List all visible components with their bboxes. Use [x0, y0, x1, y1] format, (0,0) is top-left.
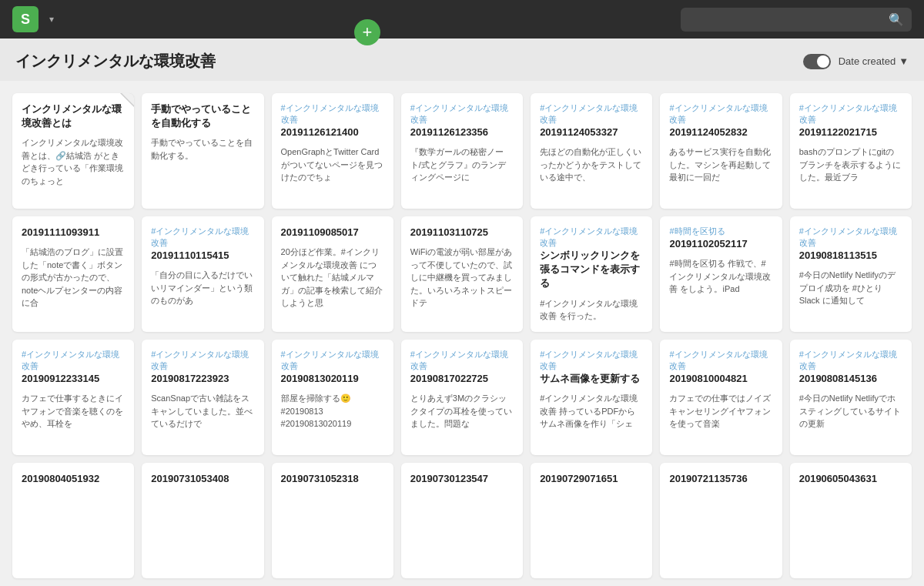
- card-tag: #インクリメンタルな環境改善: [540, 102, 643, 126]
- card-body: bashのプロンプトにgitのブランチを表示するようにした。最近ブラ: [799, 146, 902, 184]
- card-tag: #インクリメンタルな環境改善: [799, 102, 902, 126]
- sort-chevron-icon: ▼: [899, 55, 909, 67]
- card-item[interactable]: インクリメンタルな環境改善とはインクリメンタルな環境改善とは、🔗結城浩 がときど…: [12, 93, 134, 209]
- card-body: #インクリメンタルな環境改善 持っているPDFからサムネ画像を作り「シェ: [540, 392, 643, 430]
- card-item[interactable]: #インクリメンタルな環境改善20190818113515#今日のNetlify …: [790, 216, 912, 332]
- card-item[interactable]: 20190730123547: [401, 463, 523, 578]
- card-tag: #インクリメンタルな環境改善: [669, 102, 772, 126]
- search-bar[interactable]: 🔍: [681, 8, 912, 32]
- card-tag: #インクリメンタルな環境改善: [281, 102, 384, 126]
- card-title: 20191102052117: [669, 237, 772, 251]
- card-item[interactable]: #インクリメンタルな環境改善20190912233145カフェで仕事するときにイ…: [12, 340, 134, 455]
- card-title: インクリメンタルな環境改善とは: [22, 102, 125, 130]
- search-input[interactable]: [688, 13, 882, 25]
- card-title: 20190912233145: [22, 372, 125, 386]
- card-item[interactable]: 2019110908501720分ほど作業。#インクリメンタルな環境改善 につい…: [272, 216, 393, 332]
- page-title: インクリメンタルな環境改善: [15, 51, 216, 72]
- card-title: 20190730123547: [410, 472, 514, 486]
- card-title: 20191111093911: [22, 226, 125, 239]
- card-item[interactable]: 20191103110725WiFiの電波が弱い部屋があって不便していたので、試…: [401, 216, 523, 332]
- card-body: 「結城浩のブログ」に設置した「noteで書く」ボタンの形式が古かったので、not…: [22, 246, 125, 310]
- view-toggle[interactable]: [803, 54, 831, 69]
- card-tag: #インクリメンタルな環境改善: [151, 226, 254, 249]
- card-tag: #インクリメンタルな環境改善: [540, 226, 643, 249]
- card-item[interactable]: #インクリメンタルな環境改善20191124053327先ほどの自動化が正しくい…: [531, 93, 652, 209]
- card-item[interactable]: #インクリメンタルな環境改善20191126121400OpenGraphとTw…: [272, 93, 393, 209]
- subheader-controls: Date created ▼: [803, 54, 909, 69]
- card-item[interactable]: #インクリメンタルな環境改善20190817022725とりあえず3Mのクラシッ…: [401, 340, 523, 455]
- card-tag: #インクリメンタルな環境改善: [799, 349, 902, 372]
- card-title: 20190813020119: [281, 372, 384, 386]
- add-button[interactable]: +: [354, 19, 380, 45]
- card-item[interactable]: 20190731052318: [272, 463, 393, 578]
- card-body: 『数学ガールの秘密ノート/式とグラフ』のランディングページに: [410, 146, 514, 184]
- card-body: #今日のNetlify Netlifyのデプロイ成功を #ひとりSlack に通…: [799, 269, 902, 307]
- card-body: とりあえず3Mのクラシックタイプの耳栓を使っていました。問題な: [410, 392, 514, 430]
- card-title: 20191110115415: [151, 249, 254, 263]
- main-content: インクリメンタルな環境改善とはインクリメンタルな環境改善とは、🔗結城浩 がときど…: [0, 81, 924, 586]
- card-title: 20191126123356: [410, 126, 514, 139]
- card-body: あるサービス実行を自動化した。マシンを再起動して最初に一回だ: [669, 146, 772, 184]
- card-title: 20191124053327: [540, 126, 643, 139]
- card-tag: #インクリメンタルな環境改善: [151, 349, 254, 372]
- card-item[interactable]: 20190804051932: [12, 463, 134, 578]
- card-item[interactable]: 20190721135736: [660, 463, 782, 578]
- card-title: 20190721135736: [669, 472, 772, 486]
- card-title: 20190729071651: [540, 472, 643, 486]
- card-title: 20190808145136: [799, 372, 902, 386]
- card-fold-icon: [120, 93, 134, 107]
- logo-dropdown-icon[interactable]: ▾: [49, 14, 54, 25]
- card-title: 20190605043631: [799, 472, 902, 486]
- card-body: 手動でやっていることを自動化する。: [151, 136, 254, 162]
- card-body: ScanSnapで古い雑誌をスキャンしていました。並べているだけで: [151, 392, 254, 430]
- card-item[interactable]: #インクリメンタルな環境改善シンボリックリンクを張るコマンドを表示する#インクリ…: [531, 216, 652, 332]
- card-title: 20191122021715: [799, 126, 902, 139]
- card-tag: #インクリメンタルな環境改善: [799, 226, 902, 249]
- sort-button[interactable]: Date created ▼: [839, 55, 909, 67]
- card-title: 20190818113515: [799, 249, 902, 263]
- card-item[interactable]: #時間を区切る20191102052117#時間を区切る 作戦で、#インクリメン…: [660, 216, 782, 332]
- card-item[interactable]: #インクリメンタルな環境改善20190808145136#今日のNetlify …: [790, 340, 912, 455]
- card-body: OpenGraphとTwitter Cardがついてないページを見つけたのでちょ: [281, 146, 384, 184]
- card-body: カフェでの仕事ではノイズキャンセリングイヤフォンを使って音楽: [669, 392, 772, 430]
- card-item[interactable]: #インクリメンタルな環境改善20190817223923ScanSnapで古い雑…: [142, 340, 263, 455]
- card-item[interactable]: #インクリメンタルな環境改善20191124052832あるサービス実行を自動化…: [660, 93, 782, 209]
- card-title: 20191124052832: [669, 126, 772, 139]
- card-item[interactable]: #インクリメンタルな環境改善20191122021715bashのプロンプトにg…: [790, 93, 912, 209]
- card-item[interactable]: 20190605043631: [790, 463, 912, 578]
- card-item[interactable]: #インクリメンタルな環境改善20191126123356『数学ガールの秘密ノート…: [401, 93, 523, 209]
- card-body: 20分ほど作業。#インクリメンタルな環境改善 について触れた「結城メルマガ」の記…: [281, 246, 384, 310]
- card-body: 部屋を掃除する🙂 #20190813 #20190813020119: [281, 392, 384, 430]
- card-item[interactable]: #インクリメンタルな環境改善20190810004821カフェでの仕事ではノイズ…: [660, 340, 782, 455]
- card-item[interactable]: #インクリメンタルな環境改善20191110115415「自分の目に入るだけでい…: [142, 216, 263, 332]
- card-item[interactable]: #インクリメンタルな環境改善サムネ画像を更新する#インクリメンタルな環境改善 持…: [531, 340, 652, 455]
- card-title: 20190810004821: [669, 372, 772, 386]
- card-title: 手動でやっていることを自動化する: [151, 102, 254, 130]
- card-tag: #インクリメンタルな環境改善: [281, 349, 384, 372]
- app-logo[interactable]: S: [12, 6, 38, 32]
- card-item[interactable]: #インクリメンタルな環境改善20190813020119部屋を掃除する🙂 #20…: [272, 340, 393, 455]
- card-body: カフェで仕事するときにイヤフォンで音楽を聴くのをやめ、耳栓を: [22, 392, 125, 430]
- card-item[interactable]: 20191111093911「結城浩のブログ」に設置した「noteで書く」ボタン…: [12, 216, 134, 332]
- search-icon: 🔍: [889, 12, 904, 27]
- card-body: WiFiの電波が弱い部屋があって不便していたので、試しに中継機を買ってみました。…: [410, 246, 514, 310]
- card-title: 20190817223923: [151, 372, 254, 386]
- card-item[interactable]: 手動でやっていることを自動化する手動でやっていることを自動化する。: [142, 93, 263, 209]
- card-body: 先ほどの自動化が正しくいったかどうかをテストしている途中で、: [540, 146, 643, 184]
- card-item[interactable]: 20190729071651: [531, 463, 652, 578]
- card-title: 20191109085017: [281, 226, 384, 239]
- card-title: 20190804051932: [22, 472, 125, 486]
- card-title: 20190817022725: [410, 372, 514, 386]
- card-title: 20190731052318: [281, 472, 384, 486]
- sort-label: Date created: [839, 55, 896, 67]
- card-item[interactable]: 20190731053408: [142, 463, 263, 578]
- card-title: 20190731053408: [151, 472, 254, 486]
- cards-grid: インクリメンタルな環境改善とはインクリメンタルな環境改善とは、🔗結城浩 がときど…: [12, 93, 912, 578]
- card-tag: #インクリメンタルな環境改善: [410, 349, 514, 372]
- card-title: 20191126121400: [281, 126, 384, 139]
- card-tag: #インクリメンタルな環境改善: [669, 349, 772, 372]
- card-body: #インクリメンタルな環境改善 を行った。: [540, 297, 643, 323]
- subheader: インクリメンタルな環境改善 Date created ▼: [0, 39, 924, 81]
- card-tag: #インクリメンタルな環境改善: [410, 102, 514, 126]
- card-tag: #インクリメンタルな環境改善: [540, 349, 643, 372]
